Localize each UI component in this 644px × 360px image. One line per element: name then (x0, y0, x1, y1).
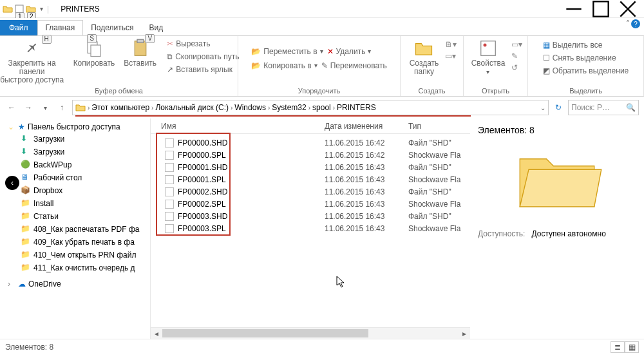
search-input[interactable]: Поиск: P… 🔍 (568, 100, 639, 115)
forward-button[interactable]: → (22, 101, 35, 114)
addr-dropdown-icon[interactable]: ⌄ (540, 104, 545, 111)
recent-dropdown[interactable]: ▾ (39, 101, 52, 114)
breadcrumb[interactable]: System32› (272, 103, 310, 112)
file-date: 11.06.2015 16:43 (325, 175, 408, 184)
qat-newfolder[interactable]: 2 (26, 4, 36, 14)
delete-button[interactable]: ✕Удалить▾ (326, 45, 373, 58)
file-row[interactable]: FP00000.SPL11.06.2015 16:42Shockwave Fla (151, 149, 470, 161)
address-bar[interactable]: › Этот компьютер› Локальный диск (C:)› W… (72, 100, 549, 115)
back-button[interactable]: ← (5, 101, 18, 114)
cut-button[interactable]: ✂Вырезать (166, 37, 240, 50)
rename-button[interactable]: ✎Переименовать (320, 59, 388, 72)
selectnone-button[interactable]: ☐Снять выделение (542, 52, 630, 64)
copyto-button[interactable]: 📂Копировать в▾ (250, 59, 318, 72)
copyto-icon: 📂 (251, 60, 261, 71)
sidebar-item[interactable]: 📁Статьи (5, 210, 149, 223)
scroll-right-icon[interactable]: ▸ (459, 328, 470, 339)
pin-icon (23, 39, 42, 58)
newitem-icon[interactable]: 🗎▾ (445, 40, 457, 49)
breadcrumb[interactable]: Локальный диск (C:)› (155, 103, 232, 112)
quickaccess-root[interactable]: ⌄ ★ Панель быстрого доступа (5, 121, 149, 133)
svg-point-10 (483, 44, 486, 47)
invert-button[interactable]: ◩Обратить выделение (542, 64, 630, 77)
tab-home[interactable]: Главная H (37, 20, 84, 35)
svg-rect-7 (135, 41, 146, 56)
file-row[interactable]: FP00000.SHD11.06.2015 16:42Файл "SHD" (151, 137, 470, 149)
selectnone-icon: ☐ (543, 52, 550, 64)
sidebar-item[interactable]: 🖥Рабочий стол (5, 171, 149, 184)
file-icon (165, 224, 174, 233)
moveto-button[interactable]: 📂Переместить в▾ (250, 45, 324, 58)
file-icon (165, 138, 174, 147)
nav-item-label: 410_Чем открыть PRN файл (33, 251, 136, 260)
sidebar-item[interactable]: 📁409_Как убрать печать в фа (5, 236, 149, 249)
sidebar-item[interactable]: 📦Dropbox (5, 184, 149, 197)
newfolder-button[interactable]: Создать папку (407, 37, 442, 77)
nav-item-label: Рабочий стол (33, 173, 82, 182)
pasteshortcut-button[interactable]: ↗Вставить ярлык (166, 63, 240, 76)
window-title: PRINTERS (61, 5, 100, 14)
up-button[interactable]: ↑ (55, 101, 68, 114)
file-row[interactable]: FP00002.SPL11.06.2015 16:43Shockwave Fla (151, 198, 470, 210)
history-icon[interactable]: ↺ (511, 63, 522, 72)
invert-icon: ◩ (543, 65, 550, 77)
breadcrumb[interactable]: PRINTERS (337, 103, 376, 112)
file-date: 11.06.2015 16:42 (325, 138, 408, 147)
easyaccess-icon[interactable]: ▭▾ (445, 52, 457, 61)
sidebar-item[interactable]: ⬇Загрузки (5, 133, 149, 146)
pin-quickaccess-button[interactable]: Закрепить на панели быстрого доступа (0, 37, 67, 86)
close-button[interactable] (614, 0, 641, 18)
onedrive-root[interactable]: › ☁ OneDrive (5, 278, 149, 290)
keytip-s: S (87, 34, 97, 43)
tab-share[interactable]: Поделиться S (83, 20, 141, 35)
breadcrumb[interactable]: Этот компьютер› (91, 103, 153, 112)
copypath-button[interactable]: ⧉Скопировать путь (166, 50, 240, 63)
selectall-button[interactable]: ▦Выделить все (542, 39, 630, 52)
view-icons-button[interactable]: ▦ (625, 341, 639, 353)
col-header-date[interactable]: Дата изменения (325, 122, 408, 131)
file-row[interactable]: FP00002.SHD11.06.2015 16:43Файл "SHD" (151, 185, 470, 198)
nav-item-icon: ⬇ (21, 147, 31, 157)
qat-properties[interactable]: 1 (14, 4, 24, 14)
nav-item-icon: 📁 (21, 250, 31, 260)
view-details-button[interactable]: ≣ (611, 341, 625, 353)
scroll-thumb[interactable] (162, 329, 368, 337)
scroll-left-icon[interactable]: ◂ (151, 328, 162, 339)
ribbon-collapse-icon[interactable]: ˄ (626, 19, 630, 28)
chevron-icon[interactable]: › (88, 104, 90, 111)
sidebar-item[interactable]: 📁Install (5, 197, 149, 210)
rename-label: Переименовать (330, 60, 387, 71)
scroll-track[interactable] (162, 328, 459, 339)
sidebar-item[interactable]: 📁411_Как очистить очередь д (5, 261, 149, 274)
help-icon[interactable]: ? (631, 19, 640, 28)
properties-button[interactable]: Свойства ▾ (469, 37, 508, 77)
horizontal-scrollbar[interactable]: ◂ ▸ (151, 327, 470, 339)
file-row[interactable]: FP00003.SHD11.06.2015 16:43Файл "SHD" (151, 210, 470, 222)
refresh-button[interactable]: ↻ (555, 103, 562, 112)
col-header-name[interactable]: Имя (151, 122, 325, 131)
crumb-label: Windows (234, 103, 266, 112)
sidebar-item[interactable]: 📁408_Как распечатать PDF фа (5, 223, 149, 236)
nav-item-icon: 📁 (21, 224, 31, 234)
file-row[interactable]: FP00003.SPL11.06.2015 16:43Shockwave Fla (151, 222, 470, 234)
breadcrumb[interactable]: spool› (312, 103, 335, 112)
file-row[interactable]: FP00001.SPL11.06.2015 16:43Shockwave Fla (151, 173, 470, 185)
minimize-button[interactable] (560, 0, 587, 18)
file-type: Shockwave Fla (408, 224, 470, 233)
tab-view[interactable]: Вид V (141, 20, 171, 35)
folder-icon (3, 4, 13, 14)
edit-icon[interactable]: ✎ (511, 52, 522, 61)
maximize-button[interactable] (587, 0, 614, 18)
sidebar-item[interactable]: ⬇Загрузки (5, 146, 149, 158)
tab-file[interactable]: Файл (0, 20, 37, 35)
qat-dropdown-icon[interactable]: ▾ (37, 5, 46, 12)
file-row[interactable]: FP00001.SHD11.06.2015 16:43Файл "SHD" (151, 161, 470, 173)
sidebar-item[interactable]: 📁410_Чем открыть PRN файл (5, 249, 149, 261)
col-header-type[interactable]: Тип (408, 122, 470, 131)
open-icon[interactable]: ▭▾ (511, 40, 522, 49)
ribbon-group-open: Свойства ▾ ▭▾ ✎ ↺ Открыть (464, 36, 528, 96)
file-name: FP00001.SPL (178, 175, 226, 184)
breadcrumb[interactable]: Windows› (234, 103, 270, 112)
sidebar-item[interactable]: 🟢BackWPup (5, 158, 149, 171)
nav-item-label: Install (33, 199, 53, 208)
